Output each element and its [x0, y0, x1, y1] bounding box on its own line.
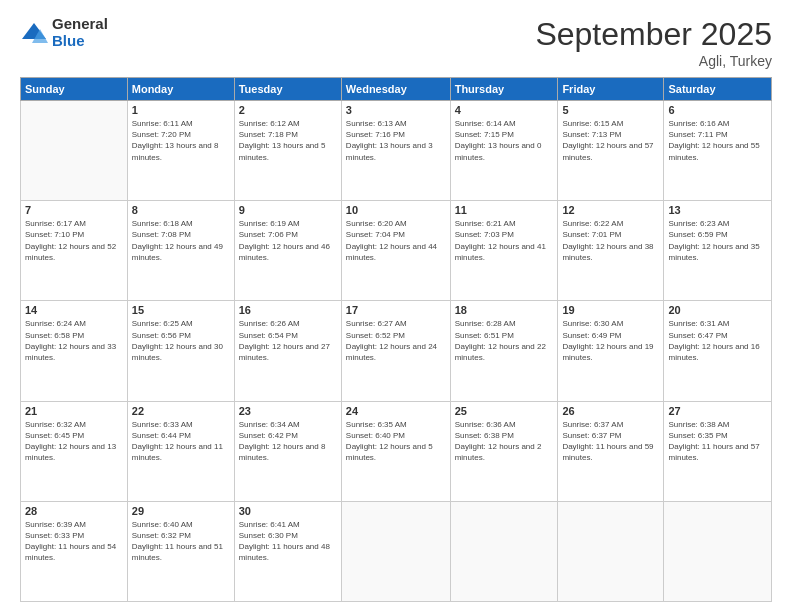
calendar-week-row: 28Sunrise: 6:39 AMSunset: 6:33 PMDayligh… — [21, 501, 772, 601]
calendar-cell: 16Sunrise: 6:26 AMSunset: 6:54 PMDayligh… — [234, 301, 341, 401]
calendar-cell: 8Sunrise: 6:18 AMSunset: 7:08 PMDaylight… — [127, 201, 234, 301]
calendar-cell: 10Sunrise: 6:20 AMSunset: 7:04 PMDayligh… — [341, 201, 450, 301]
day-number: 26 — [562, 405, 659, 417]
day-number: 2 — [239, 104, 337, 116]
calendar-cell: 11Sunrise: 6:21 AMSunset: 7:03 PMDayligh… — [450, 201, 558, 301]
calendar-cell — [21, 101, 128, 201]
calendar-cell — [664, 501, 772, 601]
day-info: Sunrise: 6:25 AMSunset: 6:56 PMDaylight:… — [132, 318, 230, 363]
calendar-week-row: 1Sunrise: 6:11 AMSunset: 7:20 PMDaylight… — [21, 101, 772, 201]
header-sunday: Sunday — [21, 78, 128, 101]
calendar-cell: 22Sunrise: 6:33 AMSunset: 6:44 PMDayligh… — [127, 401, 234, 501]
day-number: 18 — [455, 304, 554, 316]
calendar-cell: 21Sunrise: 6:32 AMSunset: 6:45 PMDayligh… — [21, 401, 128, 501]
calendar-cell: 7Sunrise: 6:17 AMSunset: 7:10 PMDaylight… — [21, 201, 128, 301]
logo-icon — [20, 19, 48, 47]
title-block: September 2025 Agli, Turkey — [535, 16, 772, 69]
calendar-cell: 29Sunrise: 6:40 AMSunset: 6:32 PMDayligh… — [127, 501, 234, 601]
day-number: 6 — [668, 104, 767, 116]
calendar-week-row: 7Sunrise: 6:17 AMSunset: 7:10 PMDaylight… — [21, 201, 772, 301]
day-number: 8 — [132, 204, 230, 216]
calendar-cell — [450, 501, 558, 601]
header: General Blue September 2025 Agli, Turkey — [20, 16, 772, 69]
day-number: 21 — [25, 405, 123, 417]
calendar-cell: 4Sunrise: 6:14 AMSunset: 7:15 PMDaylight… — [450, 101, 558, 201]
day-info: Sunrise: 6:34 AMSunset: 6:42 PMDaylight:… — [239, 419, 337, 464]
calendar-cell: 6Sunrise: 6:16 AMSunset: 7:11 PMDaylight… — [664, 101, 772, 201]
day-info: Sunrise: 6:18 AMSunset: 7:08 PMDaylight:… — [132, 218, 230, 263]
day-info: Sunrise: 6:40 AMSunset: 6:32 PMDaylight:… — [132, 519, 230, 564]
calendar-cell: 27Sunrise: 6:38 AMSunset: 6:35 PMDayligh… — [664, 401, 772, 501]
day-number: 12 — [562, 204, 659, 216]
day-number: 22 — [132, 405, 230, 417]
day-number: 3 — [346, 104, 446, 116]
logo-blue: Blue — [52, 33, 108, 50]
day-info: Sunrise: 6:33 AMSunset: 6:44 PMDaylight:… — [132, 419, 230, 464]
calendar-cell: 9Sunrise: 6:19 AMSunset: 7:06 PMDaylight… — [234, 201, 341, 301]
day-info: Sunrise: 6:37 AMSunset: 6:37 PMDaylight:… — [562, 419, 659, 464]
day-info: Sunrise: 6:30 AMSunset: 6:49 PMDaylight:… — [562, 318, 659, 363]
calendar-cell — [558, 501, 664, 601]
calendar-cell: 23Sunrise: 6:34 AMSunset: 6:42 PMDayligh… — [234, 401, 341, 501]
month-title: September 2025 — [535, 16, 772, 53]
day-number: 17 — [346, 304, 446, 316]
calendar-cell: 1Sunrise: 6:11 AMSunset: 7:20 PMDaylight… — [127, 101, 234, 201]
day-info: Sunrise: 6:11 AMSunset: 7:20 PMDaylight:… — [132, 118, 230, 163]
day-number: 13 — [668, 204, 767, 216]
day-number: 7 — [25, 204, 123, 216]
calendar-cell: 19Sunrise: 6:30 AMSunset: 6:49 PMDayligh… — [558, 301, 664, 401]
calendar-cell: 25Sunrise: 6:36 AMSunset: 6:38 PMDayligh… — [450, 401, 558, 501]
day-info: Sunrise: 6:22 AMSunset: 7:01 PMDaylight:… — [562, 218, 659, 263]
calendar: SundayMondayTuesdayWednesdayThursdayFrid… — [20, 77, 772, 602]
day-number: 4 — [455, 104, 554, 116]
calendar-cell: 5Sunrise: 6:15 AMSunset: 7:13 PMDaylight… — [558, 101, 664, 201]
day-number: 20 — [668, 304, 767, 316]
day-info: Sunrise: 6:28 AMSunset: 6:51 PMDaylight:… — [455, 318, 554, 363]
day-info: Sunrise: 6:23 AMSunset: 6:59 PMDaylight:… — [668, 218, 767, 263]
calendar-cell: 14Sunrise: 6:24 AMSunset: 6:58 PMDayligh… — [21, 301, 128, 401]
day-number: 27 — [668, 405, 767, 417]
page: General Blue September 2025 Agli, Turkey… — [0, 0, 792, 612]
day-info: Sunrise: 6:24 AMSunset: 6:58 PMDaylight:… — [25, 318, 123, 363]
calendar-cell: 12Sunrise: 6:22 AMSunset: 7:01 PMDayligh… — [558, 201, 664, 301]
day-info: Sunrise: 6:41 AMSunset: 6:30 PMDaylight:… — [239, 519, 337, 564]
day-number: 25 — [455, 405, 554, 417]
calendar-cell: 3Sunrise: 6:13 AMSunset: 7:16 PMDaylight… — [341, 101, 450, 201]
header-saturday: Saturday — [664, 78, 772, 101]
day-info: Sunrise: 6:26 AMSunset: 6:54 PMDaylight:… — [239, 318, 337, 363]
day-info: Sunrise: 6:36 AMSunset: 6:38 PMDaylight:… — [455, 419, 554, 464]
calendar-week-row: 14Sunrise: 6:24 AMSunset: 6:58 PMDayligh… — [21, 301, 772, 401]
day-number: 23 — [239, 405, 337, 417]
header-thursday: Thursday — [450, 78, 558, 101]
day-number: 28 — [25, 505, 123, 517]
calendar-cell: 20Sunrise: 6:31 AMSunset: 6:47 PMDayligh… — [664, 301, 772, 401]
calendar-cell: 2Sunrise: 6:12 AMSunset: 7:18 PMDaylight… — [234, 101, 341, 201]
day-info: Sunrise: 6:19 AMSunset: 7:06 PMDaylight:… — [239, 218, 337, 263]
calendar-cell: 13Sunrise: 6:23 AMSunset: 6:59 PMDayligh… — [664, 201, 772, 301]
calendar-cell — [341, 501, 450, 601]
day-info: Sunrise: 6:20 AMSunset: 7:04 PMDaylight:… — [346, 218, 446, 263]
logo: General Blue — [20, 16, 108, 49]
day-number: 5 — [562, 104, 659, 116]
day-info: Sunrise: 6:39 AMSunset: 6:33 PMDaylight:… — [25, 519, 123, 564]
day-info: Sunrise: 6:32 AMSunset: 6:45 PMDaylight:… — [25, 419, 123, 464]
location-subtitle: Agli, Turkey — [535, 53, 772, 69]
day-info: Sunrise: 6:15 AMSunset: 7:13 PMDaylight:… — [562, 118, 659, 163]
day-number: 1 — [132, 104, 230, 116]
day-info: Sunrise: 6:16 AMSunset: 7:11 PMDaylight:… — [668, 118, 767, 163]
day-number: 11 — [455, 204, 554, 216]
day-number: 24 — [346, 405, 446, 417]
day-number: 10 — [346, 204, 446, 216]
header-tuesday: Tuesday — [234, 78, 341, 101]
day-info: Sunrise: 6:21 AMSunset: 7:03 PMDaylight:… — [455, 218, 554, 263]
header-friday: Friday — [558, 78, 664, 101]
day-number: 29 — [132, 505, 230, 517]
day-info: Sunrise: 6:31 AMSunset: 6:47 PMDaylight:… — [668, 318, 767, 363]
calendar-cell: 18Sunrise: 6:28 AMSunset: 6:51 PMDayligh… — [450, 301, 558, 401]
day-number: 19 — [562, 304, 659, 316]
calendar-cell: 15Sunrise: 6:25 AMSunset: 6:56 PMDayligh… — [127, 301, 234, 401]
header-wednesday: Wednesday — [341, 78, 450, 101]
day-number: 15 — [132, 304, 230, 316]
day-info: Sunrise: 6:13 AMSunset: 7:16 PMDaylight:… — [346, 118, 446, 163]
day-number: 16 — [239, 304, 337, 316]
